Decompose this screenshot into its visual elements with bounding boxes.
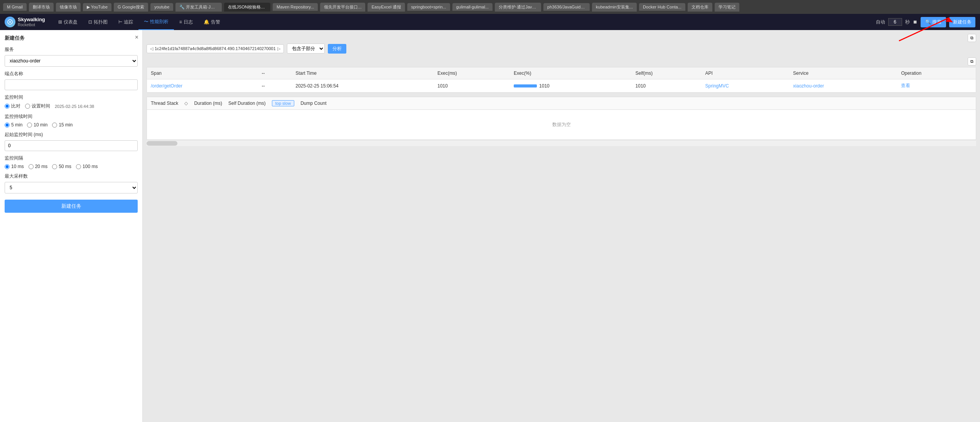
duration-5min-radio[interactable] [5,123,10,128]
exec-pct-value: 1010 [539,83,550,89]
browser-tab-jwt[interactable]: 🔧 开发工具箱·JWT... [175,3,222,12]
exec-pct-cell: 1010 [510,79,632,92]
performance-icon: 〜 [144,18,148,25]
thread-nav-col: ◇ [184,101,188,106]
trace-nav-right[interactable]: ▷ [277,46,280,51]
radio-set-time-label[interactable]: 设置时间 [25,103,50,109]
trace-table: Span ↔ Start Time Exec(ms) Exec(%) Self(… [147,67,976,92]
nav-alarm[interactable]: 🔔 告警 [198,14,226,30]
duration-15min-label[interactable]: 15 min [52,122,73,128]
interval-20ms-text: 20 ms [35,164,48,169]
radio-set-time-text: 设置时间 [32,103,50,109]
browser-tab-google[interactable]: G Google搜索 [114,3,148,12]
nav-alarm-label: 告警 [211,19,220,25]
trace-nav-left[interactable]: ◁ [150,46,153,51]
interval-20ms-radio[interactable] [29,164,34,169]
refresh-interval-input[interactable]: 6 [888,18,902,26]
duration-10min-text: 10 min [34,122,47,128]
radio-compare[interactable] [5,104,10,109]
nav-dashboard-label: 仪表盘 [64,19,78,25]
radio-set-time[interactable] [25,104,30,109]
sidebar-title: 新建任务 [5,35,138,42]
browser-tab-docs[interactable]: 文档仓库 [688,3,712,12]
search-label: 搜索 [932,19,941,25]
browser-tab-gmail[interactable]: M Gmail [3,3,27,11]
contains-select[interactable]: 包含子部分 全部 [287,44,325,54]
search-button[interactable]: 🔍 搜索 [921,17,946,27]
browser-tab-gulimall[interactable]: gulimall·gulimal... [452,3,493,11]
span-link[interactable]: /order/getOrder [151,83,182,89]
nav-dashboard[interactable]: ⊞ 仪表盘 [53,14,83,30]
duration-5min-label[interactable]: 5 min [5,122,22,128]
browser-tab-spring[interactable]: springboot×sprin... [407,3,450,11]
interval-50ms-label[interactable]: 50 ms [52,164,71,169]
interval-10ms-label[interactable]: 10 ms [5,164,24,169]
refresh-unit: 秒 [905,19,910,25]
api-link[interactable]: SpringMVC [705,83,729,89]
col-exec-pct: Exec(%) [510,67,632,79]
scroll-bar-area[interactable] [147,140,976,146]
main-layout: 新建任务 × 服务 xiaozhou-order 端点名称 监控时间 比对 设置… [0,30,980,422]
browser-tab-platform[interactable]: 领先开发平台接口... [320,3,365,12]
new-task-header-button[interactable]: 新建任务 [949,17,975,27]
top-copy-button[interactable]: ⧉ [968,34,976,42]
exec-bar [514,84,537,87]
max-sample-select[interactable]: 5 10 20 [5,182,138,193]
nav-performance[interactable]: 〜 性能剖析 [138,14,174,30]
browser-tab-java[interactable]: 分类维护·通过Java... [495,3,541,12]
top-slow-badge[interactable]: top slow [272,100,294,106]
close-button[interactable]: × [135,34,138,41]
operation-cell: 查看 [897,79,976,92]
refresh-stop-btn[interactable]: ⏹ [913,19,918,25]
trace-id-text: 1c24fe1d1fa74887a4c9d8a8f6d86874.490.174… [155,46,276,51]
duration-10min-radio[interactable] [27,123,32,128]
browser-tab-youtube2[interactable]: youtube [150,3,173,11]
browser-tab-notes[interactable]: 学习笔记 [715,3,739,12]
start-monitor-input[interactable] [5,140,138,151]
browser-tab-kubeadmin[interactable]: kubeadmin安装集... [592,3,637,12]
exec-ms-cell: 1010 [433,79,510,92]
search-icon: 🔍 [925,19,931,25]
copy-button[interactable]: ⧉ [968,57,976,66]
browser-tab-javaguide[interactable]: ph3636/JavaGuide... [543,3,590,11]
monitor-time-label: 监控时间 [5,94,138,101]
duration-15min-radio[interactable] [52,123,57,128]
api-cell: SpringMVC [702,79,789,92]
submit-new-task-button[interactable]: 新建任务 [5,200,138,213]
service-link[interactable]: xiaozhou-order [793,83,824,89]
col-operation: Operation [897,67,976,79]
service-select[interactable]: xiaozhou-order [5,55,138,67]
browser-tab-maven[interactable]: Maven Repository... [273,3,318,11]
nav-items: ⊞ 仪表盘 ⊡ 拓扑图 ⊢ 追踪 〜 性能剖析 ≡ 日志 🔔 告警 [53,14,876,30]
nav-topology[interactable]: ⊡ 拓扑图 [83,14,113,30]
browser-tab-translate[interactable]: 翻译市场 [29,3,54,12]
col-start-time: Start Time [292,67,433,79]
analyze-button[interactable]: 分析 [328,44,346,54]
browser-tab-excel[interactable]: EasyExcel·通报 [368,3,405,12]
interval-10ms-radio[interactable] [5,164,10,169]
dashboard-icon: ⊞ [58,19,62,25]
browser-tab-json[interactable]: 在线JSON校验格式... [224,3,270,12]
browser-tab-docker[interactable]: Docker Hub Conta... [639,3,685,11]
monitor-duration-label: 监控持续时间 [5,113,138,120]
nav-cell: ↔ [257,79,292,92]
nav-log[interactable]: ≡ 日志 [174,14,198,30]
endpoint-input[interactable] [5,79,138,90]
log-icon: ≡ [179,19,182,25]
duration-10min-label[interactable]: 10 min [27,122,47,128]
copy-icon-2: ⧉ [970,59,973,64]
radio-compare-text: 比对 [11,103,20,109]
interval-100ms-radio[interactable] [76,164,81,169]
interval-20ms-label[interactable]: 20 ms [29,164,48,169]
operation-link[interactable]: 查看 [901,83,910,88]
browser-tab-mirror[interactable]: 镜像市场 [56,3,81,12]
interval-100ms-label[interactable]: 100 ms [76,164,98,169]
thread-panel-header: Thread Stack ◇ Duration (ms) Self Durati… [147,97,976,110]
trace-icon: ⊢ [118,19,122,25]
interval-50ms-radio[interactable] [52,164,57,169]
browser-tab-youtube[interactable]: ▶ YouTube [83,3,111,11]
monitor-duration-radio-group: 5 min 10 min 15 min [5,122,138,128]
nav-trace[interactable]: ⊢ 追踪 [113,14,138,30]
self-ms-cell: 1010 [632,79,702,92]
radio-compare-label[interactable]: 比对 [5,103,20,109]
